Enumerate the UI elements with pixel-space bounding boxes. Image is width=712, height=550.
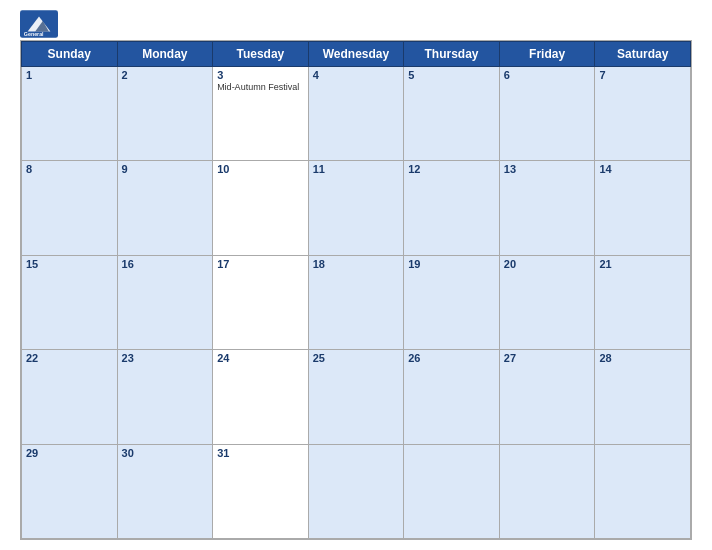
day-header-saturday: Saturday [595, 42, 691, 67]
calendar-cell: 4 [308, 67, 404, 161]
calendar-cell: 24 [213, 350, 309, 444]
calendar-cell: 25 [308, 350, 404, 444]
day-number: 29 [26, 447, 113, 459]
day-number: 6 [504, 69, 591, 81]
calendar-cell: 13 [499, 161, 595, 255]
logo: General [20, 10, 58, 38]
day-header-wednesday: Wednesday [308, 42, 404, 67]
day-number: 20 [504, 258, 591, 270]
calendar-cell: 3Mid-Autumn Festival [213, 67, 309, 161]
calendar-cell: 31 [213, 444, 309, 538]
calendar-cell: 16 [117, 255, 213, 349]
day-number: 18 [313, 258, 400, 270]
day-number: 30 [122, 447, 209, 459]
calendar-cell: 30 [117, 444, 213, 538]
calendar-cell: 20 [499, 255, 595, 349]
day-number: 12 [408, 163, 495, 175]
svg-text:General: General [24, 31, 44, 37]
day-number: 17 [217, 258, 304, 270]
day-number: 21 [599, 258, 686, 270]
calendar-cell: 23 [117, 350, 213, 444]
calendar-cell: 6 [499, 67, 595, 161]
day-header-friday: Friday [499, 42, 595, 67]
calendar-cell: 1 [22, 67, 118, 161]
calendar-cell: 28 [595, 350, 691, 444]
calendar-cell [404, 444, 500, 538]
logo-icon: General [20, 10, 58, 38]
calendar-cell: 21 [595, 255, 691, 349]
calendar-cell: 8 [22, 161, 118, 255]
day-number: 9 [122, 163, 209, 175]
day-number: 31 [217, 447, 304, 459]
calendar-cell: 27 [499, 350, 595, 444]
day-header-thursday: Thursday [404, 42, 500, 67]
calendar-cell: 7 [595, 67, 691, 161]
calendar-cell: 26 [404, 350, 500, 444]
calendar-cell: 22 [22, 350, 118, 444]
day-number: 19 [408, 258, 495, 270]
calendar-cell [595, 444, 691, 538]
day-number: 25 [313, 352, 400, 364]
day-number: 3 [217, 69, 304, 81]
calendar-grid: SundayMondayTuesdayWednesdayThursdayFrid… [20, 40, 692, 540]
day-number: 7 [599, 69, 686, 81]
calendar-event: Mid-Autumn Festival [217, 82, 304, 92]
calendar-cell [499, 444, 595, 538]
calendar-cell: 12 [404, 161, 500, 255]
day-number: 27 [504, 352, 591, 364]
day-number: 10 [217, 163, 304, 175]
day-header-tuesday: Tuesday [213, 42, 309, 67]
calendar-cell: 17 [213, 255, 309, 349]
day-number: 5 [408, 69, 495, 81]
calendar-cell: 19 [404, 255, 500, 349]
day-number: 28 [599, 352, 686, 364]
day-number: 15 [26, 258, 113, 270]
calendar-cell: 5 [404, 67, 500, 161]
calendar-cell: 29 [22, 444, 118, 538]
day-number: 16 [122, 258, 209, 270]
day-number: 22 [26, 352, 113, 364]
calendar-cell: 2 [117, 67, 213, 161]
day-number: 13 [504, 163, 591, 175]
calendar-header: General [20, 10, 692, 38]
calendar-cell [308, 444, 404, 538]
day-number: 8 [26, 163, 113, 175]
day-number: 1 [26, 69, 113, 81]
day-number: 26 [408, 352, 495, 364]
day-number: 23 [122, 352, 209, 364]
day-number: 2 [122, 69, 209, 81]
calendar-cell: 18 [308, 255, 404, 349]
day-number: 11 [313, 163, 400, 175]
day-number: 24 [217, 352, 304, 364]
day-number: 4 [313, 69, 400, 81]
day-number: 14 [599, 163, 686, 175]
day-header-sunday: Sunday [22, 42, 118, 67]
calendar-cell: 15 [22, 255, 118, 349]
calendar-cell: 14 [595, 161, 691, 255]
day-header-monday: Monday [117, 42, 213, 67]
calendar-cell: 9 [117, 161, 213, 255]
calendar-cell: 10 [213, 161, 309, 255]
calendar-cell: 11 [308, 161, 404, 255]
